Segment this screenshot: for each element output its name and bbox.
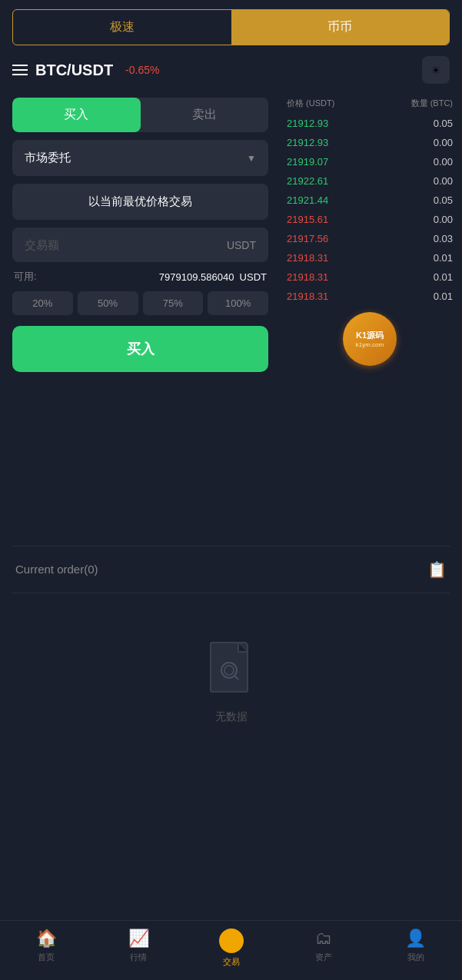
currency-label: USDT	[227, 239, 256, 251]
orderbook-row: 21918.31 0.01	[284, 287, 456, 306]
orderbook-row: 21921.44 0.05	[284, 191, 456, 210]
order-price: 21917.56	[287, 233, 328, 244]
order-price: 21919.07	[287, 156, 328, 168]
order-price: 21912.93	[287, 118, 328, 129]
buy-sell-toggle: 买入 卖出	[12, 98, 268, 132]
pct-75-button[interactable]: 75%	[143, 291, 204, 315]
nav-profile[interactable]: 👤 我的	[370, 929, 462, 968]
order-price: 21918.31	[287, 291, 328, 302]
nav-assets[interactable]: 🗂 资产	[278, 929, 370, 968]
bottom-nav: 🏠 首页 📈 行情 S 交易 🗂 资产 👤 我的	[0, 920, 462, 980]
empty-text: 无数据	[215, 710, 248, 724]
best-price-button[interactable]: 以当前最优价格交易	[12, 184, 268, 220]
order-qty: 0.00	[434, 137, 453, 148]
orderbook-price-header: 价格 (USDT)	[287, 98, 334, 109]
nav-home-label: 首页	[38, 952, 55, 963]
trade-amount-input[interactable]	[25, 238, 227, 251]
buy-tab[interactable]: 买入	[12, 98, 141, 132]
order-qty: 0.01	[434, 252, 453, 264]
profile-icon: 👤	[405, 929, 426, 948]
hamburger-menu[interactable]	[12, 65, 28, 75]
clipboard-icon[interactable]: 📋	[427, 560, 447, 579]
tab-speed[interactable]: 极速	[13, 10, 231, 45]
header-row: BTC/USDT -0.65% ☀	[0, 45, 462, 90]
order-price: 21922.61	[287, 175, 328, 187]
order-qty: 0.05	[434, 194, 453, 206]
order-qty: 0.00	[434, 175, 453, 187]
order-qty: 0.05	[434, 118, 453, 129]
percentage-buttons: 20% 50% 75% 100%	[12, 291, 268, 315]
order-price: 21918.31	[287, 252, 328, 264]
nav-profile-label: 我的	[407, 952, 424, 963]
k1-logo: K1源码 k1ym.com	[343, 312, 397, 366]
empty-state: 无数据	[0, 593, 462, 755]
header-left: BTC/USDT -0.65%	[12, 61, 159, 79]
orderbook-header: 价格 (USDT) 数量 (BTC)	[284, 98, 456, 109]
nav-trade-label: 交易	[223, 956, 240, 968]
k1-url-text: k1ym.com	[356, 341, 384, 348]
order-qty: 0.00	[434, 214, 453, 225]
chart-icon: 📈	[128, 929, 149, 948]
home-icon: 🏠	[36, 929, 57, 948]
buy-submit-button[interactable]: 买入	[12, 326, 268, 372]
orderbook-rows: 21912.93 0.05 21912.93 0.00 21919.07 0.0…	[284, 114, 456, 306]
pct-50-button[interactable]: 50%	[78, 291, 138, 315]
order-qty: 0.03	[434, 233, 453, 244]
orderbook-row: 21915.61 0.00	[284, 210, 456, 229]
orderbook-row: 21918.31 0.01	[284, 267, 456, 287]
current-order-row: Current order(0) 📋	[0, 546, 462, 593]
trading-pair: BTC/USDT	[35, 61, 113, 79]
order-price: 21915.61	[287, 214, 328, 225]
order-price: 21918.31	[287, 271, 328, 283]
sun-icon: ☀	[431, 65, 440, 76]
orderbook-qty-header: 数量 (BTC)	[411, 98, 453, 109]
orderbook-row: 21922.61 0.00	[284, 171, 456, 191]
available-balance-row: 可用: 7979109.586040 USDT	[12, 270, 268, 284]
main-content: 买入 卖出 市场委托 ▼ 以当前最优价格交易 USDT 可用: 7979109.…	[0, 90, 462, 546]
orderbook-row: 21919.07 0.00	[284, 152, 456, 171]
orderbook-row: 21912.93 0.00	[284, 133, 456, 152]
orderbook-row: 21912.93 0.05	[284, 114, 456, 133]
nav-market-label: 行情	[130, 952, 147, 963]
nav-home[interactable]: 🏠 首页	[0, 929, 92, 968]
order-qty: 0.01	[434, 291, 453, 302]
available-label: 可用:	[14, 270, 37, 284]
available-amount: 7979109.586040 USDT	[159, 271, 267, 283]
trade-icon: S	[219, 929, 244, 953]
empty-document-icon	[204, 639, 258, 701]
nav-assets-label: 资产	[315, 952, 332, 963]
orderbook-row: 21917.56 0.03	[284, 229, 456, 248]
theme-toggle-button[interactable]: ☀	[422, 56, 450, 84]
order-qty: 0.00	[434, 156, 453, 168]
order-qty: 0.01	[434, 271, 453, 283]
order-type-label: 市场委托	[25, 151, 71, 165]
order-price: 21921.44	[287, 194, 328, 206]
top-tab-bar: 极速 币币	[12, 9, 450, 45]
order-price: 21912.93	[287, 137, 328, 148]
trade-amount-field: USDT	[12, 228, 268, 262]
pct-100-button[interactable]: 100%	[208, 291, 268, 315]
orderbook-row: 21918.31 0.01	[284, 248, 456, 267]
current-order-label: Current order(0)	[15, 563, 98, 576]
k1-logo-text: K1源码	[356, 330, 384, 341]
price-change: -0.65%	[125, 64, 159, 76]
pct-20-button[interactable]: 20%	[12, 291, 73, 315]
wallet-icon: 🗂	[315, 929, 332, 948]
nav-trade[interactable]: S 交易	[184, 929, 277, 968]
order-book: 价格 (USDT) 数量 (BTC) 21912.93 0.05 21912.9…	[281, 90, 462, 546]
tab-coin[interactable]: 币币	[231, 10, 450, 45]
sell-tab[interactable]: 卖出	[141, 98, 269, 132]
nav-market[interactable]: 📈 行情	[92, 929, 184, 968]
dropdown-arrow-icon: ▼	[247, 153, 256, 164]
trading-panel: 买入 卖出 市场委托 ▼ 以当前最优价格交易 USDT 可用: 7979109.…	[0, 90, 281, 546]
order-type-dropdown[interactable]: 市场委托 ▼	[12, 140, 268, 176]
